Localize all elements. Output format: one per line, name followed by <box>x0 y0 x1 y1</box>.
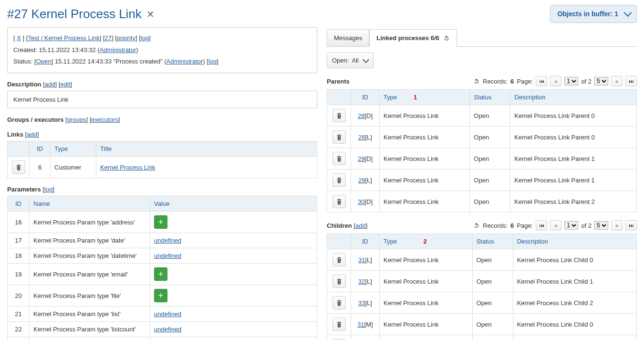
trash-icon <box>336 155 343 162</box>
annotation-1: 1 <box>414 94 417 101</box>
pager-last-button[interactable]: ⏭ <box>625 76 637 86</box>
trash-icon <box>336 299 343 306</box>
delete-row-button[interactable] <box>332 318 346 331</box>
parents-col-id[interactable]: ID <box>351 90 380 105</box>
children-pager: Records: 6 Page: ⏮ « 1 of 2 5 » ⏭ <box>473 220 637 231</box>
refresh-icon[interactable] <box>473 222 480 229</box>
params-col-value[interactable]: Value <box>150 196 317 212</box>
children-table: ID Type2 Status Description 31[L]Kernel … <box>327 234 637 340</box>
open-filter-dropdown[interactable]: Open: All <box>327 53 374 68</box>
executors-link[interactable]: executors <box>91 116 118 123</box>
parents-col-desc[interactable]: Description <box>510 90 637 105</box>
parameters-log-link[interactable]: log <box>44 186 52 193</box>
description-edit-link[interactable]: edit <box>60 81 70 88</box>
children-col-desc[interactable]: Description <box>513 234 636 249</box>
process-id-link[interactable]: 33 <box>358 299 365 307</box>
delete-row-button[interactable] <box>332 195 346 208</box>
close-icon[interactable]: ✕ <box>146 9 155 20</box>
link-title[interactable]: Kernel Process Link <box>100 164 156 171</box>
delete-row-button[interactable] <box>332 296 346 309</box>
pager-prev-button[interactable]: « <box>550 220 561 231</box>
tab-linked-processes[interactable]: Linked processes 6/6 <box>369 29 457 47</box>
params-col-id[interactable]: ID <box>8 196 30 212</box>
trash-icon <box>336 112 343 119</box>
pager-page-select[interactable]: 1 <box>564 77 578 85</box>
links-heading: Links [add] <box>7 131 317 138</box>
params-col-name[interactable]: Name <box>30 196 150 212</box>
add-value-button[interactable]: + <box>154 267 167 281</box>
table-row: 29[L]Kernel Process LinkOpenKernel Proce… <box>327 170 637 191</box>
status-user-link[interactable]: Administrator <box>166 58 203 65</box>
delete-link[interactable]: X <box>17 34 21 42</box>
param-value-link[interactable]: undefined <box>154 237 181 244</box>
delete-row-button[interactable] <box>332 173 346 187</box>
parents-col-type[interactable]: Type1 <box>380 90 470 105</box>
creator-link[interactable]: Administrator <box>100 46 136 53</box>
table-row: 22Kernel Process Param type 'listcount'u… <box>8 322 317 337</box>
groups-link[interactable]: groups <box>67 116 86 123</box>
links-add-link[interactable]: add <box>27 131 37 138</box>
pager-page-select[interactable]: 1 <box>564 221 578 230</box>
status-label: Status: [ <box>13 58 36 65</box>
process-id-link[interactable]: 29 <box>358 177 365 184</box>
trash-icon <box>336 198 343 205</box>
delete-row-button[interactable] <box>332 275 346 288</box>
pager-size-select[interactable]: 5 <box>594 77 608 85</box>
process-id-link[interactable]: 32 <box>358 278 365 285</box>
pager-next-button[interactable]: » <box>611 76 623 86</box>
info-box: [ X ] [Test / Kernel Process Link] [27] … <box>7 27 317 73</box>
links-col-type[interactable]: Type <box>51 141 96 157</box>
delete-row-button[interactable] <box>332 152 346 165</box>
process-num-link[interactable]: 27 <box>105 34 112 42</box>
param-value-link[interactable]: undefined <box>154 252 181 259</box>
table-row: 21Kernel Process Param type 'list'undefi… <box>8 307 317 322</box>
log-link[interactable]: log <box>141 34 149 42</box>
pager-last-button[interactable]: ⏭ <box>625 220 637 231</box>
parents-col-status[interactable]: Status <box>470 90 510 105</box>
links-col-title[interactable]: Title <box>96 141 317 157</box>
status-log-link[interactable]: log <box>208 58 217 65</box>
created-label: Created: 15.11.2022 13:43:32 ( <box>13 46 100 53</box>
add-value-button[interactable]: + <box>154 215 167 229</box>
process-id-link[interactable]: 29 <box>358 155 364 162</box>
children-col-status[interactable]: Status <box>472 234 513 249</box>
table-row: 6 Customer Kernel Process Link <box>8 157 317 178</box>
links-col-id[interactable]: ID <box>30 141 51 157</box>
pager-size-select[interactable]: 5 <box>594 221 608 230</box>
page-title: #27 Kernel Process Link ✕ <box>7 7 155 21</box>
pager-first-button[interactable]: ⏮ <box>536 220 547 231</box>
tab-messages[interactable]: Messages <box>327 29 369 46</box>
process-id-link[interactable]: 31 <box>357 321 364 328</box>
objects-buffer-button[interactable]: Objects in buffer: 1 <box>550 5 637 23</box>
children-col-id[interactable]: ID <box>351 234 380 249</box>
trash-icon <box>336 278 343 285</box>
delete-row-button[interactable] <box>332 130 346 144</box>
delete-row-button[interactable] <box>332 253 346 266</box>
pager-first-button[interactable]: ⏮ <box>536 76 547 86</box>
table-row: 30[D]Kernel Process LinkOpenKernel Proce… <box>327 191 637 212</box>
trash-icon <box>336 321 343 328</box>
breadcrumb[interactable]: Test / Kernel Process Link <box>28 34 99 42</box>
process-id-link[interactable]: 31 <box>358 256 365 264</box>
refresh-icon[interactable] <box>443 35 450 42</box>
children-add-link[interactable]: add <box>355 222 366 229</box>
parameters-heading: Parameters [log] <box>7 186 317 193</box>
process-id-link[interactable]: 30 <box>358 198 364 205</box>
pager-prev-button[interactable]: « <box>550 76 561 86</box>
annotation-2: 2 <box>423 238 426 245</box>
add-value-button[interactable]: + <box>154 289 167 302</box>
description-text: Kernel Process Link <box>7 91 317 108</box>
description-add-link[interactable]: add <box>45 81 55 88</box>
delete-row-button[interactable] <box>332 109 346 122</box>
param-value-link[interactable]: undefined <box>154 310 181 318</box>
children-col-type[interactable]: Type2 <box>380 234 473 249</box>
delete-row-button[interactable] <box>12 160 25 174</box>
priority-link[interactable]: priority <box>117 34 135 42</box>
pager-next-button[interactable]: » <box>611 220 623 231</box>
status-open-link[interactable]: Open <box>36 58 52 65</box>
refresh-icon[interactable] <box>473 78 480 85</box>
param-value-link[interactable]: undefined <box>154 326 181 333</box>
process-id-link[interactable]: 28 <box>358 112 364 119</box>
process-id-link[interactable]: 28 <box>358 134 365 141</box>
parents-heading: Parents <box>327 78 350 85</box>
